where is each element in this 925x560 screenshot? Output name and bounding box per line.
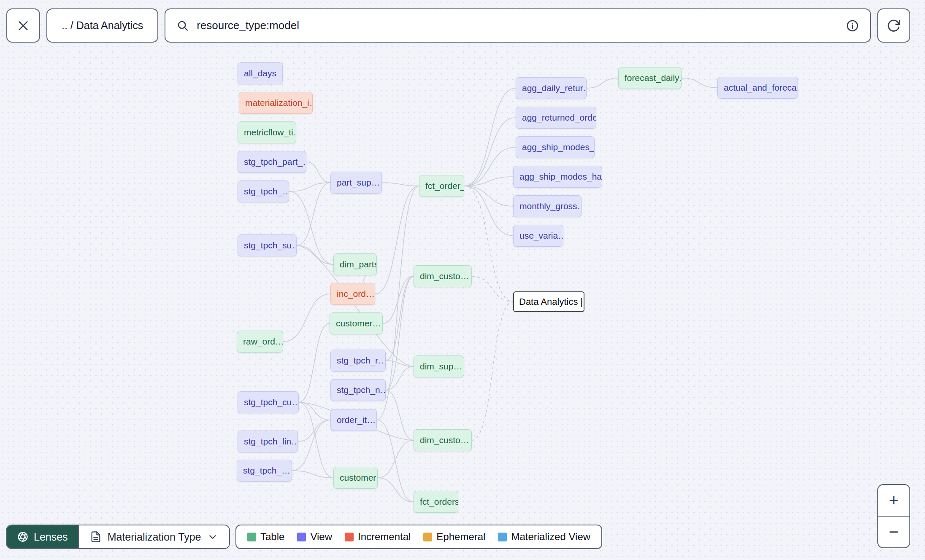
graph-node-customers_bottom[interactable]: customer… (333, 467, 378, 489)
breadcrumb[interactable]: .. / Data Analytics (46, 8, 158, 43)
legend-label: View (310, 531, 332, 543)
refresh-icon (887, 19, 901, 33)
zoom-controls: + − (877, 484, 910, 548)
graph-node-materialization_inc[interactable]: materialization_i… (239, 92, 313, 114)
search-icon (176, 19, 189, 32)
legend-item-ephemeral: Ephemeral (423, 531, 485, 543)
graph-node-dim_customers_top[interactable]: dim_custo… (414, 265, 472, 287)
graph-node-stg_tpch_customers[interactable]: stg_tpch_cu… (238, 391, 299, 413)
legend-item-view: View (297, 531, 332, 543)
legend-label: Incremental (358, 531, 411, 543)
lineage-canvas[interactable]: all_daysmaterialization_i…metricflow_ti…… (0, 0, 925, 560)
graph-node-stg_tpch_line_items[interactable]: stg_tpch_lin… (238, 431, 298, 452)
graph-node-use_variable[interactable]: use_varia… (513, 225, 563, 247)
graph-node-all_days[interactable]: all_days (238, 62, 283, 84)
graph-node-metricflow_time[interactable]: metricflow_ti… (238, 121, 296, 143)
graph-node-forecast_daily[interactable]: forecast_daily… (618, 67, 682, 89)
legend-label: Table (260, 531, 284, 543)
legend-swatch (297, 533, 306, 541)
graph-node-monthly_gross[interactable]: monthly_gross… (513, 195, 582, 217)
graph-node-stg_tpch_nations[interactable]: stg_tpch_n… (330, 379, 386, 401)
legend-item-incremental: Incremental (345, 531, 411, 543)
lens-controls: Lenses Materialization Type (6, 525, 230, 549)
graph-node-stg_tpch_regions[interactable]: stg_tpch_r… (330, 350, 386, 372)
breadcrumb-label: .. / Data Analytics (62, 19, 143, 32)
legend-label: Materialized View (511, 531, 590, 543)
zoom-in-button[interactable]: + (878, 485, 909, 517)
selected-lens-label: Materialization Type (108, 531, 201, 543)
lens-selector-dropdown[interactable]: Materialization Type (78, 525, 229, 548)
graph-node-agg_ship_modes_dyn[interactable]: agg_ship_modes_d… (516, 136, 595, 158)
document-icon (90, 531, 102, 543)
graph-node-inc_orders[interactable]: inc_ord… (330, 283, 375, 305)
legend-swatch (247, 533, 256, 541)
graph-node-fct_order_items[interactable]: fct_order_i… (419, 175, 464, 197)
graph-node-fct_orders[interactable]: fct_orders (414, 491, 458, 513)
graph-node-dim_customers_bottom[interactable]: dim_custo… (414, 429, 472, 451)
lenses-button-label: Lenses (34, 531, 68, 543)
graph-node-dim_suppliers[interactable]: dim_sup… (414, 355, 464, 377)
graph-node-part_suppliers[interactable]: part_sup… (330, 172, 382, 194)
zoom-out-button[interactable]: − (878, 517, 909, 547)
graph-node-order_items[interactable]: order_it… (330, 409, 377, 431)
graph-node-stg_tpch_suppliers[interactable]: stg_tpch_su… (238, 234, 297, 256)
graph-node-stg_tpch_parts[interactable]: stg_tpch_… (238, 180, 289, 202)
info-icon[interactable] (846, 19, 859, 32)
legend-item-materialized-view: Materialized View (498, 531, 590, 543)
graph-node-dim_parts[interactable]: dim_parts (333, 253, 377, 275)
graph-node-actual_and_forecast[interactable]: actual_and_foreca… (717, 77, 798, 99)
close-button[interactable] (6, 8, 40, 43)
legend-swatch (345, 533, 354, 541)
graph-node-stg_tpch_orders[interactable]: stg_tpch_… (237, 460, 292, 482)
materialization-legend: TableViewIncrementalEphemeralMaterialize… (235, 525, 602, 549)
graph-node-agg_daily_returned[interactable]: agg_daily_retur… (516, 77, 587, 99)
aperture-icon (17, 531, 29, 543)
chevron-down-icon (207, 531, 218, 542)
search-input[interactable] (196, 19, 839, 32)
graph-node-stg_tpch_part_suppliers[interactable]: stg_tpch_part_… (238, 151, 306, 173)
legend-swatch (498, 533, 507, 541)
legend-label: Ephemeral (436, 531, 485, 543)
graph-node-exposure_data_analytics[interactable]: Data Analytics | … (513, 291, 584, 312)
legend-swatch (423, 533, 432, 541)
lenses-button[interactable]: Lenses (7, 525, 78, 548)
graph-node-customers_top[interactable]: customer… (330, 312, 383, 334)
refresh-button[interactable] (877, 8, 910, 43)
legend-item-table: Table (247, 531, 284, 543)
graph-node-agg_ship_modes_hard[interactable]: agg_ship_modes_ha… (513, 166, 602, 188)
search-bar[interactable] (165, 8, 871, 43)
top-toolbar: .. / Data Analytics (6, 8, 910, 43)
graph-node-raw_orders[interactable]: raw_ord… (237, 331, 283, 353)
graph-node-agg_returned_orders[interactable]: agg_returned_orde… (516, 107, 596, 129)
close-icon (16, 19, 30, 32)
